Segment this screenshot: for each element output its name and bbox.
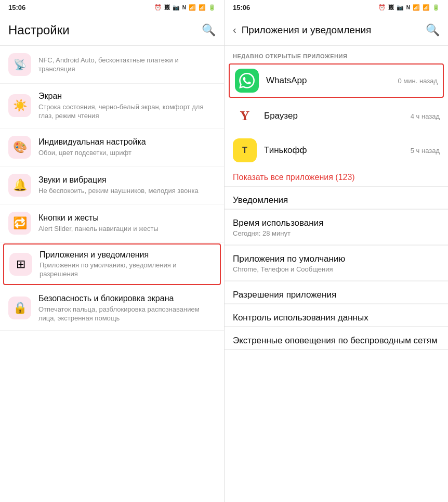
apps-text: Приложения и уведомления Приложения по у… bbox=[39, 250, 215, 279]
nfc-subtitle: NFC, Android Auto, бесконтактные платежи… bbox=[38, 56, 216, 74]
security-subtitle: Отпечаток пальца, разблокировка распозна… bbox=[38, 305, 216, 323]
whatsapp-time: 0 мин. назад bbox=[398, 77, 438, 85]
tinkoff-icon: T bbox=[233, 138, 257, 162]
left-search-icon[interactable]: 🔍 bbox=[202, 23, 216, 37]
recently-opened-label: НЕДАВНО ОТКРЫТЫЕ ПРИЛОЖЕНИЯ bbox=[225, 46, 448, 62]
nfc-icon: 📡 bbox=[14, 58, 27, 71]
buttons-icon-wrap: 🔁 bbox=[8, 212, 31, 235]
screen-subtitle: Строка состояния, черно-белый экран, ком… bbox=[38, 103, 216, 121]
custom-text: Индивидуальная настройка Обои, цвет подс… bbox=[38, 137, 146, 158]
battery-icon: 🔋 bbox=[208, 4, 216, 11]
left-header: Настройки 🔍 bbox=[0, 15, 224, 46]
apps-icon: ⊞ bbox=[16, 258, 25, 271]
nfc-icon: N bbox=[182, 5, 186, 10]
settings-item-screen[interactable]: ☀️ Экран Строка состояния, черно-белый э… bbox=[0, 84, 224, 128]
buttons-title: Кнопки и жесты bbox=[38, 213, 159, 224]
nfc-text: NFC, Android Auto, бесконтактные платежи… bbox=[38, 55, 216, 74]
left-header-title: Настройки bbox=[8, 23, 202, 37]
data-control-title: Контроль использования данных bbox=[233, 313, 440, 323]
browser-icon: Y bbox=[233, 104, 257, 128]
screen-icon-wrap: ☀️ bbox=[8, 94, 31, 117]
right-signal-icon: 📶 bbox=[413, 4, 420, 11]
right-status-icons: ⏰ 🖼 📷 N 📶 📶 🔋 bbox=[378, 4, 440, 11]
right-panel: 15:06 ⏰ 🖼 📷 N 📶 📶 🔋 ‹ Приложения и уведо… bbox=[224, 0, 448, 502]
sound-text: Звуки и вибрация Не беспокоить, режим на… bbox=[38, 175, 199, 196]
screen-icon: ☀️ bbox=[13, 99, 27, 112]
custom-icon-wrap: 🎨 bbox=[8, 136, 31, 159]
custom-subtitle: Обои, цвет подсветки, шрифт bbox=[38, 149, 146, 158]
app-row-whatsapp[interactable]: WhatsApp 0 мин. назад bbox=[229, 63, 444, 98]
browser-time: 4 ч назад bbox=[411, 112, 440, 120]
sound-subtitle: Не беспокоить, режим наушников, мелодия … bbox=[38, 187, 199, 196]
camera-icon: 📷 bbox=[173, 4, 180, 11]
app-row-tinkoff[interactable]: T Тинькофф 5 ч назад bbox=[225, 133, 448, 168]
alarm-icon: ⏰ bbox=[154, 4, 162, 11]
sound-title: Звуки и вибрация bbox=[38, 175, 199, 186]
right-time: 15:06 bbox=[233, 4, 250, 11]
menu-item-permissions[interactable]: Разрешения приложения bbox=[225, 281, 448, 304]
right-header-title: Приложения и уведомления bbox=[242, 24, 426, 36]
right-battery-icon: 🔋 bbox=[432, 4, 440, 11]
emergency-title: Экстренные оповещения по беспроводным се… bbox=[233, 336, 440, 346]
settings-item-buttons[interactable]: 🔁 Кнопки и жесты Alert Slider, панель на… bbox=[0, 204, 224, 242]
right-screenshot-icon: 🖼 bbox=[388, 4, 394, 10]
apps-icon-wrap: ⊞ bbox=[9, 253, 32, 276]
back-button[interactable]: ‹ bbox=[233, 24, 236, 36]
app-row-browser[interactable]: Y Браузер 4 ч назад bbox=[225, 99, 448, 133]
settings-item-nfc[interactable]: 📡 NFC, Android Auto, бесконтактные плате… bbox=[0, 46, 224, 84]
tinkoff-time: 5 ч назад bbox=[411, 147, 440, 155]
screenshot-icon: 🖼 bbox=[164, 4, 170, 10]
settings-item-sound[interactable]: 🔔 Звуки и вибрация Не беспокоить, режим … bbox=[0, 166, 224, 204]
left-time: 15:06 bbox=[8, 4, 25, 11]
nfc-icon-wrap: 📡 bbox=[8, 53, 31, 76]
whatsapp-name: WhatsApp bbox=[266, 75, 398, 86]
left-status-bar: 15:06 ⏰ 🖼 📷 N 📶 📶 🔋 bbox=[0, 0, 224, 15]
default-apps-subtitle: Chrome, Телефон и Сообщения bbox=[233, 265, 440, 277]
show-all-apps-button[interactable]: Показать все приложения (123) bbox=[225, 168, 448, 186]
security-icon-wrap: 🔒 bbox=[8, 297, 31, 319]
buttons-subtitle: Alert Slider, панель навигации и жесты bbox=[38, 225, 159, 234]
sound-icon: 🔔 bbox=[13, 178, 27, 192]
left-status-icons: ⏰ 🖼 📷 N 📶 📶 🔋 bbox=[154, 4, 216, 11]
settings-item-custom[interactable]: 🎨 Индивидуальная настройка Обои, цвет по… bbox=[0, 128, 224, 166]
right-alarm-icon: ⏰ bbox=[378, 4, 386, 11]
screen-title: Экран bbox=[38, 91, 216, 102]
default-apps-title: Приложения по умолчанию bbox=[233, 254, 440, 264]
settings-list: 📡 NFC, Android Auto, бесконтактные плате… bbox=[0, 46, 224, 502]
security-text: Безопасность и блокировка экрана Отпечат… bbox=[38, 293, 216, 323]
divider-7 bbox=[225, 350, 448, 350]
buttons-text: Кнопки и жесты Alert Slider, панель нави… bbox=[38, 213, 159, 234]
right-camera-icon: 📷 bbox=[397, 4, 404, 11]
buttons-icon: 🔁 bbox=[13, 216, 27, 230]
right-header: ‹ Приложения и уведомления 🔍 bbox=[225, 15, 448, 46]
screen-text: Экран Строка состояния, черно-белый экра… bbox=[38, 91, 216, 121]
custom-title: Индивидуальная настройка bbox=[38, 137, 146, 148]
notifications-title: Уведомления bbox=[233, 195, 440, 205]
svg-text:T: T bbox=[242, 146, 247, 155]
menu-item-default-apps[interactable]: Приложения по умолчанию Chrome, Телефон … bbox=[225, 246, 448, 281]
browser-name: Браузер bbox=[264, 111, 411, 121]
settings-item-apps[interactable]: ⊞ Приложения и уведомления Приложения по… bbox=[3, 243, 221, 286]
usage-time-subtitle: Сегодня: 28 минут bbox=[233, 229, 440, 241]
menu-item-usage-time[interactable]: Время использования Сегодня: 28 минут bbox=[225, 210, 448, 245]
menu-item-emergency[interactable]: Экстренные оповещения по беспроводным се… bbox=[225, 327, 448, 350]
custom-icon: 🎨 bbox=[13, 140, 27, 154]
security-title: Безопасность и блокировка экрана bbox=[38, 293, 216, 304]
menu-item-notifications[interactable]: Уведомления bbox=[225, 187, 448, 209]
menu-item-data-control[interactable]: Контроль использования данных bbox=[225, 304, 448, 327]
whatsapp-icon bbox=[235, 69, 259, 93]
right-search-icon[interactable]: 🔍 bbox=[426, 23, 440, 37]
tinkoff-name: Тинькофф bbox=[264, 145, 411, 156]
right-wifi-icon: 📶 bbox=[423, 4, 430, 11]
sound-icon-wrap: 🔔 bbox=[8, 174, 31, 197]
permissions-title: Разрешения приложения bbox=[233, 290, 440, 300]
settings-item-security[interactable]: 🔒 Безопасность и блокировка экрана Отпеч… bbox=[0, 286, 224, 331]
security-icon: 🔒 bbox=[13, 301, 27, 315]
wifi-icon: 📶 bbox=[199, 4, 206, 11]
yandex-y-letter: Y bbox=[240, 108, 250, 124]
apps-title: Приложения и уведомления bbox=[39, 250, 215, 261]
right-nfc-icon: N bbox=[406, 5, 410, 10]
signal-icon: 📶 bbox=[189, 4, 196, 11]
right-status-bar: 15:06 ⏰ 🖼 📷 N 📶 📶 🔋 bbox=[225, 0, 448, 15]
usage-time-title: Время использования bbox=[233, 218, 440, 228]
